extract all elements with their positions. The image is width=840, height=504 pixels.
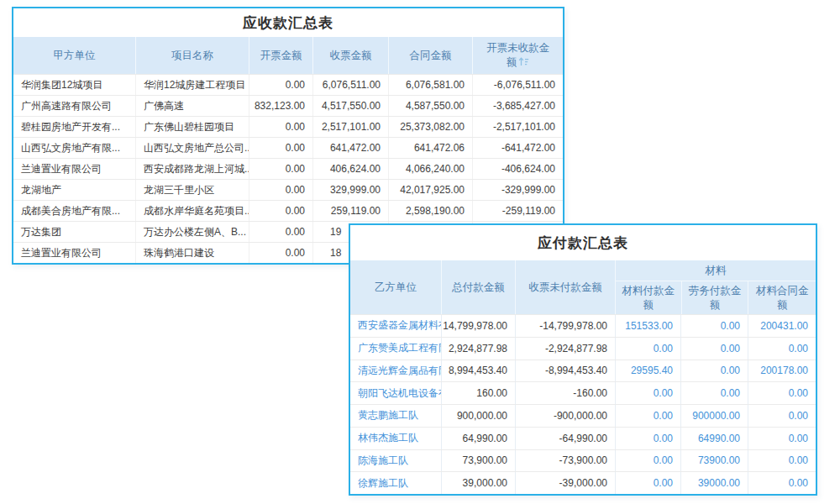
receivable-cell: 万达集团 <box>13 222 135 242</box>
payable-cell[interactable]: 200431.00 <box>748 315 816 337</box>
payable-cell: 900,000.00 <box>441 405 515 427</box>
payable-table: 应付款汇总表 乙方单位 总付款金额 收票未付款金额 材料 材料付款金额 劳务付款… <box>349 223 817 496</box>
payable-cell[interactable]: 900000.00 <box>680 405 748 427</box>
payable-company-link[interactable]: 西安盛器金属材料有 <box>350 315 441 337</box>
payable-cell: 64,990.00 <box>441 428 515 449</box>
receivable-cell: 0.00 <box>249 201 312 221</box>
payable-cell[interactable]: 0.00 <box>748 428 816 449</box>
payable-table-header: 乙方单位 总付款金额 收票未付款金额 材料 材料付款金额 劳务付款金额 材料合同… <box>350 260 816 314</box>
payable-company-link[interactable]: 广东赞美成工程有限 <box>350 338 441 360</box>
payable-cell[interactable]: 0.00 <box>748 472 816 494</box>
receivable-column-header[interactable]: 开票未收款金额 <box>472 37 563 74</box>
payable-company-link[interactable]: 黄志鹏施工队 <box>350 405 441 427</box>
receivable-cell: -2,517,101.00 <box>472 117 563 137</box>
receivable-cell: 山西弘文房地产总公司... <box>135 138 249 158</box>
receivable-cell: 2,517,101.00 <box>312 117 388 137</box>
payable-table-row: 广东赞美成工程有限2,924,877.98-2,924,877.980.000.… <box>350 337 816 360</box>
payable-cell[interactable]: 0.00 <box>615 382 680 404</box>
receivable-cell: 641,472.00 <box>312 138 388 158</box>
payable-company-link[interactable]: 清远光辉金属品有限 <box>350 360 441 382</box>
payable-cell: -8,994,453.40 <box>515 360 615 382</box>
payable-company-link[interactable]: 徐辉施工队 <box>350 472 441 494</box>
payable-cell: -2,924,877.98 <box>515 338 615 360</box>
receivable-cell: 4,517,550.00 <box>312 96 388 116</box>
receivable-column-header[interactable]: 甲方单位 <box>13 37 135 74</box>
receivable-cell: 641,472.06 <box>388 138 472 158</box>
receivable-column-header[interactable]: 收票金额 <box>312 37 388 74</box>
payable-cell: -39,000.00 <box>515 472 615 494</box>
receivable-column-header[interactable]: 项目名称 <box>135 37 249 74</box>
payable-cell[interactable]: 0.00 <box>748 382 816 404</box>
receivable-cell: 珠海鹤港口建设 <box>135 243 249 263</box>
payable-cell: 8,994,453.40 <box>441 360 515 382</box>
payable-cell: 39,000.00 <box>441 472 515 494</box>
receivable-table-row: 广州高速路有限公司广佛高速832,123.004,517,550.004,587… <box>13 95 563 116</box>
receivable-cell: 406,624.00 <box>312 159 388 179</box>
payable-cell[interactable]: 0.00 <box>748 450 816 472</box>
payable-company-link[interactable]: 朝阳飞达机电设备有 <box>350 382 441 404</box>
payable-cell[interactable]: 64990.00 <box>680 428 748 449</box>
column-header-material-paid[interactable]: 材料付款金额 <box>616 281 681 314</box>
payable-cell[interactable]: 0.00 <box>615 405 680 427</box>
payable-cell[interactable]: 200178.00 <box>748 360 816 382</box>
receivable-cell: 成都美合房地产有限... <box>13 201 135 221</box>
receivable-cell: 0.00 <box>249 180 312 200</box>
payable-cell[interactable]: 0.00 <box>615 450 680 472</box>
payable-company-link[interactable]: 林伟杰施工队 <box>350 428 441 449</box>
sort-ascending-icon[interactable] <box>518 57 529 66</box>
payable-cell: 2,924,877.98 <box>441 338 515 360</box>
receivable-cell: 广州高速路有限公司 <box>13 96 135 116</box>
payable-table-row: 西安盛器金属材料有14,799,978.00-14,799,978.001515… <box>350 314 816 337</box>
payable-cell[interactable]: 0.00 <box>680 382 748 404</box>
receivable-table-row: 兰迪置业有限公司西安成都路龙湖上河城...0.00406,624.004,066… <box>13 158 563 179</box>
receivable-table-header: 甲方单位项目名称开票金额收票金额合同金额开票未收款金额 <box>13 37 563 74</box>
receivable-cell: 0.00 <box>249 222 312 242</box>
payable-cell[interactable]: 0.00 <box>748 405 816 427</box>
receivable-cell: 832,123.00 <box>249 96 312 116</box>
column-header-labor-paid[interactable]: 劳务付款金额 <box>681 281 748 314</box>
payable-cell[interactable]: 39000.00 <box>680 472 748 494</box>
receivable-column-header[interactable]: 合同金额 <box>388 37 472 74</box>
receivable-cell: 6,076,581.00 <box>388 75 472 95</box>
receivable-cell: 0.00 <box>249 138 312 158</box>
receivable-cell: 碧桂园房地产开发有... <box>13 117 135 137</box>
payable-table-body: 西安盛器金属材料有14,799,978.00-14,799,978.001515… <box>350 314 816 494</box>
payable-cell[interactable]: 0.00 <box>615 428 680 449</box>
column-header-total-paid[interactable]: 总付款金额 <box>441 260 515 314</box>
payable-cell[interactable]: 0.00 <box>680 315 748 337</box>
receivable-cell: 4,587,550.00 <box>388 96 472 116</box>
payable-table-row: 清远光辉金属品有限8,994,453.40-8,994,453.4029595.… <box>350 360 816 382</box>
payable-cell[interactable]: 73900.00 <box>680 450 748 472</box>
payable-cell: 73,900.00 <box>441 450 515 472</box>
payable-cell: 14,799,978.00 <box>441 315 515 337</box>
column-header-material-contract[interactable]: 材料合同金额 <box>748 281 816 314</box>
payable-cell[interactable]: 29595.40 <box>615 360 680 382</box>
receivable-cell: 6,076,511.00 <box>312 75 388 95</box>
receivable-cell: 华润集团12城项目 <box>13 75 135 95</box>
column-header-party-b[interactable]: 乙方单位 <box>350 260 441 314</box>
receivable-table-title: 应收款汇总表 <box>13 8 563 37</box>
receivable-cell: 4,066,240.00 <box>388 159 472 179</box>
receivable-cell: -329,999.00 <box>472 180 563 200</box>
payable-cell[interactable]: 0.00 <box>680 360 748 382</box>
receivable-cell: 兰迪置业有限公司 <box>13 159 135 179</box>
payable-table-title: 应付款汇总表 <box>350 225 816 260</box>
receivable-table-row: 成都美合房地产有限...成都水岸华庭名苑项目...0.00259,119.002… <box>13 200 563 221</box>
payable-cell[interactable]: 0.00 <box>748 338 816 360</box>
payable-cell[interactable]: 151533.00 <box>615 315 680 337</box>
receivable-cell: -259,119.00 <box>472 201 563 221</box>
column-header-receipted-unpaid[interactable]: 收票未付款金额 <box>515 260 615 314</box>
payable-company-link[interactable]: 陈海施工队 <box>350 450 441 472</box>
receivable-cell: -3,685,427.00 <box>472 96 563 116</box>
receivable-column-header[interactable]: 开票金额 <box>249 37 312 74</box>
payable-cell: -14,799,978.00 <box>515 315 615 337</box>
payable-cell[interactable]: 0.00 <box>615 338 680 360</box>
receivable-cell: 西安成都路龙湖上河城... <box>135 159 249 179</box>
receivable-table-row: 山西弘文房地产有限...山西弘文房地产总公司...0.00641,472.006… <box>13 137 563 158</box>
receivable-cell: 42,017,925.00 <box>388 180 472 200</box>
payable-cell[interactable]: 0.00 <box>615 472 680 494</box>
payable-table-row: 林伟杰施工队64,990.00-64,990.000.0064990.000.0… <box>350 427 816 449</box>
payable-cell[interactable]: 0.00 <box>680 338 748 360</box>
receivable-cell: 成都水岸华庭名苑项目... <box>135 201 249 221</box>
payable-cell: -900,000.00 <box>515 405 615 427</box>
